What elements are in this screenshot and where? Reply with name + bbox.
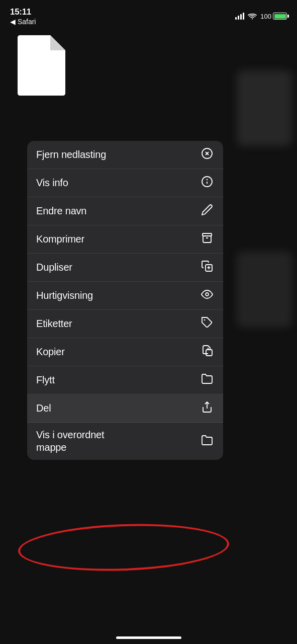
folder-move-icon (200, 373, 214, 387)
menu-item-endre-navn[interactable]: Endre navn (27, 197, 223, 225)
bg-card-right2 (237, 252, 292, 327)
menu-item-label: Dupliser (36, 262, 72, 273)
signal-bars (235, 13, 244, 20)
svg-point-0 (252, 18, 253, 19)
status-bar: 15:11 ◀ Safari 100 (0, 0, 297, 27)
battery-text: 100 (260, 13, 271, 20)
file-area (15, 35, 65, 98)
share-icon (200, 401, 214, 416)
signal-bar-4 (243, 13, 244, 20)
remove-download-icon (200, 147, 214, 162)
signal-bar-3 (240, 14, 242, 20)
menu-item-label: Del (36, 403, 51, 414)
folder-parent-icon (200, 434, 214, 449)
menu-item-label: Vis info (36, 177, 68, 189)
menu-item-fjern-nedlasting[interactable]: Fjern nedlasting (27, 141, 223, 169)
battery-icon (273, 13, 287, 20)
home-indicator (116, 636, 181, 639)
pencil-icon (200, 204, 214, 218)
menu-item-label: Komprimer (36, 233, 84, 245)
menu-item-label: Vis i overordnetmappe (36, 429, 104, 454)
menu-item-del[interactable]: Del (27, 394, 223, 423)
menu-item-label: Endre navn (36, 205, 86, 217)
eye-icon (200, 288, 214, 303)
menu-item-dupliser[interactable]: Dupliser (27, 254, 223, 282)
status-time: 15:11 (10, 7, 31, 17)
menu-item-vis-info[interactable]: Vis info (27, 169, 223, 197)
archive-icon (200, 232, 214, 247)
bg-card-right (237, 70, 292, 146)
duplicate-icon (200, 260, 214, 275)
menu-item-vis-overordnet[interactable]: Vis i overordnetmappe (27, 423, 223, 460)
wifi-icon (248, 13, 257, 20)
menu-item-komprimer[interactable]: Komprimer (27, 225, 223, 254)
battery: 100 (260, 13, 287, 20)
signal-bar-2 (238, 16, 239, 20)
menu-item-kopier[interactable]: Kopier (27, 338, 223, 366)
menu-item-label: Etiketter (36, 318, 72, 330)
info-icon (200, 176, 214, 190)
signal-bar-1 (235, 17, 237, 20)
status-left: 15:11 ◀ Safari (10, 7, 36, 26)
menu-item-label: Hurtigvisning (36, 290, 93, 301)
menu-item-etiketter[interactable]: Etiketter (27, 310, 223, 338)
svg-rect-14 (206, 350, 212, 356)
back-button[interactable]: ◀ Safari (10, 18, 36, 26)
menu-item-hurtigvisning[interactable]: Hurtigvisning (27, 282, 223, 310)
tag-icon (200, 316, 214, 331)
menu-item-label: Kopier (36, 346, 65, 358)
battery-fill (274, 14, 286, 19)
copy-icon (200, 345, 214, 359)
status-right: 100 (235, 13, 287, 20)
svg-rect-7 (203, 233, 212, 236)
context-menu: Fjern nedlasting Vis info Endre navn (27, 141, 223, 460)
menu-item-flytt[interactable]: Flytt (27, 366, 223, 394)
file-icon (15, 35, 65, 96)
svg-point-12 (206, 293, 209, 296)
menu-item-label: Flytt (36, 374, 55, 386)
menu-item-label: Fjern nedlasting (36, 149, 106, 160)
